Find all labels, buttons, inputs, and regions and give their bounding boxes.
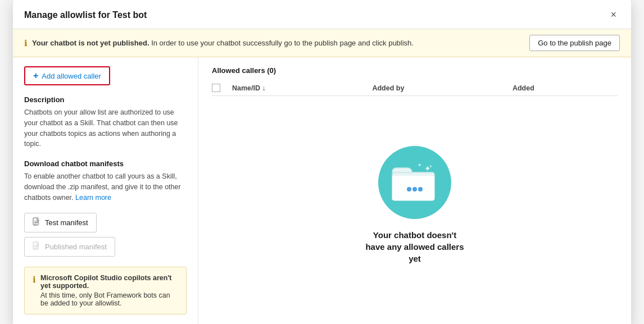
svg-text:✦: ✦ <box>429 164 433 169</box>
copilot-warning-box: ℹ Microsoft Copilot Studio copilots aren… <box>24 267 187 314</box>
col-name-header: Name/ID ↓ <box>232 84 372 92</box>
published-manifest-button[interactable]: Published manifest <box>24 237 115 257</box>
svg-point-12 <box>418 187 423 191</box>
dialog-title: Manage allowlist for Test bot <box>24 10 147 20</box>
callers-header: Allowed callers (0) <box>212 66 618 75</box>
plus-icon: + <box>33 71 38 80</box>
warning-box-icon: ℹ <box>33 275 36 285</box>
description-text: Chatbots on your allow list are authoriz… <box>24 107 187 149</box>
test-manifest-button[interactable]: Test manifest <box>24 213 97 232</box>
warning-message: Your chatbot is not yet published. In or… <box>32 39 414 47</box>
content-area: + Add allowed caller Description Chatbot… <box>13 57 631 324</box>
empty-state-text: Your chatbot doesn't have any allowed ca… <box>365 229 464 264</box>
manifests-title: Download chatbot manifests <box>24 159 187 168</box>
warning-bar: ℹ Your chatbot is not yet published. In … <box>13 29 631 57</box>
col-added-header: Added <box>513 84 618 92</box>
warning-box-text: Microsoft Copilot Studio copilots aren't… <box>40 274 178 307</box>
add-allowed-caller-button[interactable]: + Add allowed caller <box>24 66 110 85</box>
learn-more-link[interactable]: Learn more <box>75 194 111 202</box>
svg-point-10 <box>407 187 411 191</box>
left-panel: + Add allowed caller Description Chatbot… <box>13 57 198 324</box>
col-added-by-header: Added by <box>372 84 512 92</box>
description-title: Description <box>24 95 187 104</box>
go-to-publish-button[interactable]: Go to the publish page <box>529 35 620 51</box>
empty-state: ✦ ✦ ✦ Your chatbot doesn't have any allo… <box>212 96 618 314</box>
dialog-header: Manage allowlist for Test bot × <box>13 0 631 29</box>
table-header: Name/ID ↓ Added by Added <box>212 80 618 96</box>
manage-allowlist-dialog: Manage allowlist for Test bot × ℹ Your c… <box>13 0 631 324</box>
svg-text:✦: ✦ <box>418 162 422 168</box>
file-disabled-icon <box>33 241 40 252</box>
file-icon <box>33 217 40 228</box>
close-button[interactable]: × <box>607 8 620 22</box>
warning-bar-content: ℹ Your chatbot is not yet published. In … <box>24 38 414 48</box>
empty-state-icon: ✦ ✦ ✦ <box>378 146 451 219</box>
right-panel: Allowed callers (0) Name/ID ↓ Added by A… <box>198 57 631 324</box>
manifest-buttons: Test manifest Published manifest <box>24 213 187 257</box>
warning-info-icon: ℹ <box>24 38 28 48</box>
select-all-col <box>212 84 232 92</box>
svg-point-11 <box>412 187 417 191</box>
select-all-checkbox[interactable] <box>212 84 220 92</box>
manifests-desc: To enable another chatbot to call yours … <box>24 171 187 203</box>
